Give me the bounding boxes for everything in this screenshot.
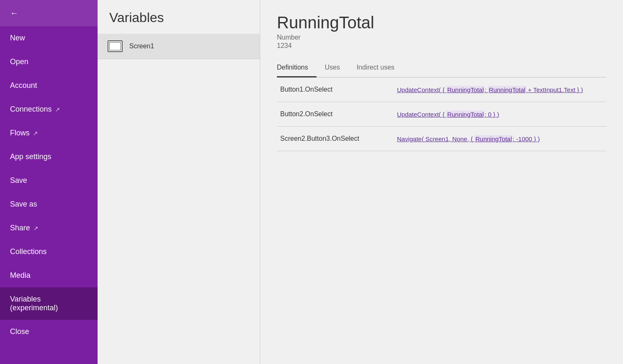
definition-source: Screen2.Button3.OnSelect [280,135,389,142]
sidebar-item-account[interactable]: Account [0,74,98,97]
sidebar-item-collections[interactable]: Collections [0,240,98,264]
sidebar-item-share[interactable]: Share↗ [0,216,98,240]
sidebar-nav: NewOpenAccountConnections↗Flows↗App sett… [0,26,98,364]
detail-panel: RunningTotal Number 1234 DefinitionsUses… [260,0,623,364]
tab-uses[interactable]: Uses [325,60,348,77]
variable-type: Number [277,34,606,41]
definition-source: Button2.OnSelect [280,110,389,118]
screen-icon [108,40,123,52]
main-panel: Variables Screen1 [98,0,260,364]
sidebar-item-save-as[interactable]: Save as [0,192,98,216]
screen-item-label: Screen1 [129,42,154,50]
external-link-icon: ↗ [33,130,38,137]
definitions-table: Button1.OnSelect UpdateContext( { Runnin… [277,77,606,151]
tabs-bar: DefinitionsUsesIndirect uses [277,60,606,77]
sidebar-item-close[interactable]: Close [0,320,98,344]
formula-highlight: RunningTotal [488,86,526,94]
back-button[interactable]: ← [0,0,98,26]
tab-indirect-uses[interactable]: Indirect uses [357,60,403,77]
definition-formula[interactable]: UpdateContext( { RunningTotal: RunningTo… [397,86,583,93]
definition-row: Screen2.Button3.OnSelect Navigate( Scree… [277,127,606,151]
sidebar: ← NewOpenAccountConnections↗Flows↗App se… [0,0,98,364]
definition-row: Button2.OnSelect UpdateContext( { Runnin… [277,102,606,127]
sidebar-item-open[interactable]: Open [0,50,98,74]
formula-highlight: RunningTotal [446,86,485,94]
sidebar-item-app-settings[interactable]: App settings [0,145,98,169]
definition-formula[interactable]: UpdateContext( { RunningTotal: 0 } ) [397,111,499,118]
sidebar-item-connections[interactable]: Connections↗ [0,97,98,121]
variable-name: RunningTotal [277,13,606,32]
formula-highlight: RunningTotal [475,135,513,143]
variable-value: 1234 [277,42,606,50]
definition-source: Button1.OnSelect [280,86,389,93]
external-link-icon: ↗ [55,106,60,113]
definition-row: Button1.OnSelect UpdateContext( { Runnin… [277,77,606,102]
formula-highlight: RunningTotal [446,110,485,118]
back-arrow-icon: ← [10,8,18,18]
sidebar-item-new[interactable]: New [0,26,98,50]
external-link-icon: ↗ [33,225,38,232]
definition-formula[interactable]: Navigate( Screen1, None, { RunningTotal:… [397,135,540,142]
screen-icon-inner [109,42,121,50]
sidebar-item-media[interactable]: Media [0,264,98,287]
screen-item-screen1[interactable]: Screen1 [98,34,260,59]
sidebar-item-save[interactable]: Save [0,169,98,192]
sidebar-item-variables[interactable]: Variables (experimental) [0,287,98,320]
screen-list: Screen1 [98,34,260,364]
tab-definitions[interactable]: Definitions [277,60,317,77]
sidebar-item-flows[interactable]: Flows↗ [0,121,98,145]
page-title: Variables [98,0,260,34]
